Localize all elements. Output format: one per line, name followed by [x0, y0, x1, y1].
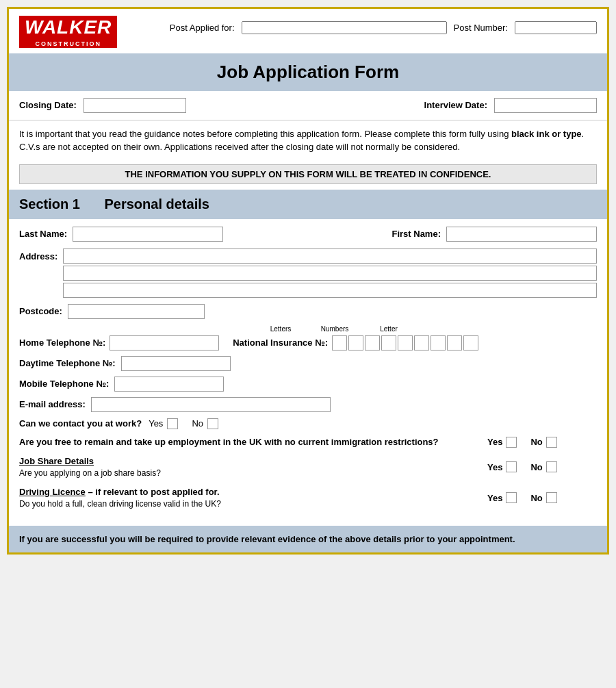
application-form: WALKER CONSTRUCTION Post Applied for: Po…	[7, 7, 609, 555]
ni-box-5[interactable]	[398, 335, 413, 351]
driving-licence-title-row: Driving Licence – if relevant to post ap…	[19, 486, 480, 498]
mobile-tel-input[interactable]	[114, 377, 224, 392]
section1-number: Section 1	[19, 196, 80, 212]
postcode-input[interactable]	[68, 304, 205, 319]
dates-row: Closing Date: Interview Date:	[9, 91, 607, 120]
confidence-text: THE INFORMATION YOU SUPPLY ON THIS FORM …	[125, 169, 491, 179]
title-bar: Job Application Form	[9, 53, 607, 91]
interview-date-input[interactable]	[494, 98, 597, 113]
logo-area: WALKER CONSTRUCTION	[19, 16, 117, 48]
mobile-tel-row: Mobile Telephone №:	[19, 374, 597, 394]
section1-name: Personal details	[104, 196, 209, 212]
ni-box-7[interactable]	[431, 335, 446, 351]
contact-no-checkbox[interactable]	[207, 418, 218, 429]
closing-date-label: Closing Date:	[19, 100, 77, 110]
ni-box-3[interactable]	[365, 335, 380, 351]
ni-label: National Insurance №:	[233, 337, 328, 348]
email-label: E-mail address:	[19, 399, 86, 409]
ni-box-2[interactable]	[348, 335, 363, 351]
last-name-label: Last Name:	[19, 229, 67, 239]
ni-labels-row: Letters Numbers Letter	[266, 325, 404, 333]
info-paragraph: It is important that you read the guidan…	[19, 127, 597, 154]
post-number-input[interactable]	[515, 21, 597, 34]
ni-box-8[interactable]	[447, 335, 462, 351]
ni-row: National Insurance №:	[233, 335, 478, 351]
postcode-row: Postcode:	[19, 301, 597, 322]
contact-yes-checkbox[interactable]	[167, 418, 178, 429]
closing-date-input[interactable]	[84, 98, 186, 113]
free-to-work-yes-item: Yes	[487, 437, 517, 448]
job-share-sub: Are you applying on a job share basis?	[19, 468, 480, 479]
info-text-block: It is important that you read the guidan…	[9, 120, 607, 161]
footer-text: If you are successful you will be requir…	[19, 533, 597, 546]
footer-notice: If you are successful you will be requir…	[9, 526, 607, 553]
ni-letters-col-label: Letters	[266, 325, 296, 333]
postcode-label: Postcode:	[19, 306, 62, 316]
logo-construction: CONSTRUCTION	[19, 40, 117, 48]
yes-label-driving: Yes	[487, 493, 502, 503]
bold-ink-type: black ink or type	[511, 129, 582, 139]
logo-walker: WALKER	[19, 16, 117, 40]
email-input[interactable]	[91, 397, 331, 412]
yes-label-job: Yes	[487, 462, 502, 472]
mobile-tel-label: Mobile Telephone №:	[19, 379, 109, 389]
header-section: WALKER CONSTRUCTION Post Applied for: Po…	[9, 9, 607, 53]
driving-licence-question-block: Driving Licence – if relevant to post ap…	[19, 486, 487, 510]
free-to-work-question: Are you free to remain and take up emplo…	[19, 436, 487, 448]
address-line2-input[interactable]	[63, 266, 597, 281]
daytime-tel-input[interactable]	[121, 356, 231, 371]
address-line3-input[interactable]	[63, 283, 597, 298]
driving-no-checkbox[interactable]	[546, 492, 557, 503]
driving-yes-checkbox[interactable]	[506, 492, 517, 503]
footer-text-bold: If you are successful you will be requir…	[19, 534, 515, 544]
free-to-work-row: Are you free to remain and take up emplo…	[19, 433, 597, 452]
job-share-title: Job Share Details	[19, 456, 94, 466]
no-label-free: No	[530, 437, 542, 447]
form-title: Job Application Form	[19, 62, 597, 83]
driving-licence-title: Driving Licence	[19, 487, 86, 497]
section1-title: Section 1 Personal details	[19, 196, 597, 212]
free-to-work-no-checkbox[interactable]	[546, 437, 557, 448]
ni-boxes	[332, 335, 478, 351]
email-row: E-mail address:	[19, 394, 597, 415]
free-to-work-no-item: No	[530, 437, 556, 448]
job-share-question-block: Job Share Details Are you applying on a …	[19, 455, 487, 479]
job-share-no-checkbox[interactable]	[546, 461, 557, 472]
post-applied-input[interactable]	[242, 21, 447, 34]
home-tel-input[interactable]	[110, 335, 219, 351]
ni-box-6[interactable]	[414, 335, 429, 351]
job-share-title-block: Job Share Details	[19, 455, 480, 468]
job-share-yes-checkbox[interactable]	[506, 461, 517, 472]
last-name-input[interactable]	[73, 227, 223, 242]
daytime-tel-label: Daytime Telephone №:	[19, 358, 116, 368]
driving-licence-yes-no: Yes No	[487, 492, 597, 503]
ni-header-row: Letters Numbers Letter	[19, 325, 597, 335]
no-label-job: No	[530, 462, 542, 472]
contact-work-label: Can we contact you at work?	[19, 418, 142, 429]
job-share-no-item: No	[530, 461, 556, 472]
ni-box-9[interactable]	[463, 335, 478, 351]
address-inputs	[63, 249, 597, 298]
form-body: Last Name: First Name: Address: Postcode…	[9, 219, 607, 520]
no-label-contact: No	[192, 418, 203, 429]
driving-licence-sub: Do you hold a full, clean driving licens…	[19, 498, 480, 510]
first-name-input[interactable]	[446, 227, 597, 242]
job-share-yes-no: Yes No	[487, 461, 597, 472]
free-to-work-yes-no: Yes No	[487, 437, 597, 448]
ni-letter-col-label: Letter	[374, 325, 404, 333]
job-share-row: Job Share Details Are you applying on a …	[19, 452, 597, 483]
address-row: Address:	[19, 246, 597, 301]
daytime-tel-row: Daytime Telephone №:	[19, 353, 597, 374]
ni-box-4[interactable]	[381, 335, 396, 351]
job-share-yes-item: Yes	[487, 461, 517, 472]
post-number-label: Post Number:	[454, 23, 508, 33]
driving-yes-item: Yes	[487, 492, 517, 503]
free-to-work-yes-checkbox[interactable]	[506, 437, 517, 448]
confidence-bar: THE INFORMATION YOU SUPPLY ON THIS FORM …	[19, 164, 597, 184]
driving-no-item: No	[530, 492, 556, 503]
driving-licence-row: Driving Licence – if relevant to post ap…	[19, 483, 597, 513]
home-tel-ni-row: Home Telephone №: National Insurance №:	[19, 335, 597, 351]
address-line1-input[interactable]	[63, 249, 597, 264]
driving-licence-suffix: – if relevant to post applied for.	[86, 487, 220, 497]
ni-box-1[interactable]	[332, 335, 347, 351]
